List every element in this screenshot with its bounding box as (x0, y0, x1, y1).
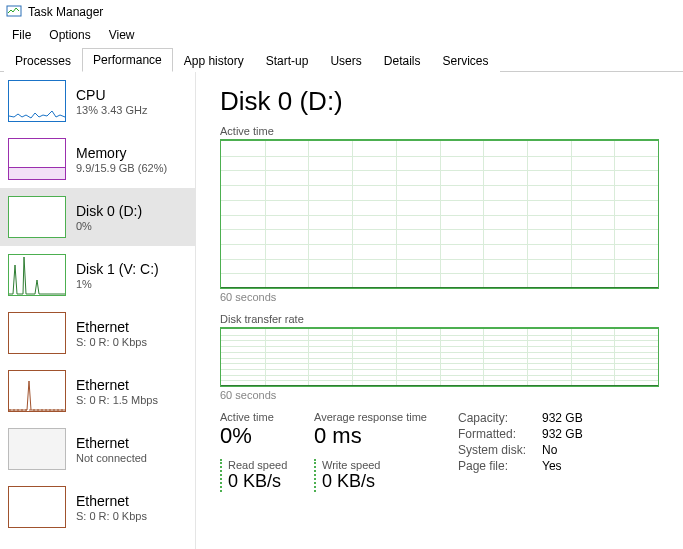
performance-sidebar[interactable]: CPU 13% 3.43 GHz Memory 9.9/15.9 GB (62%… (0, 72, 196, 549)
sidebar-eth1-title: Ethernet (76, 319, 147, 335)
ethernet3-thumbnail (8, 428, 66, 470)
main-panel: Disk 0 (D:) Active time 60 seconds Disk … (196, 72, 683, 549)
disk-properties: Capacity: 932 GB Formatted: 932 GB Syste… (458, 411, 583, 492)
sidebar-eth4-sub: S: 0 R: 0 Kbps (76, 510, 147, 522)
disk1-thumbnail (8, 254, 66, 296)
window-title: Task Manager (28, 5, 103, 19)
prop-capacity-key: Capacity: (458, 411, 526, 425)
sidebar-disk0-sub: 0% (76, 220, 142, 232)
sidebar-eth4-title: Ethernet (76, 493, 147, 509)
read-speed-label: Read speed (228, 459, 287, 471)
tab-performance[interactable]: Performance (82, 48, 173, 72)
memory-thumbnail (8, 138, 66, 180)
sidebar-eth2-sub: S: 0 R: 1.5 Mbps (76, 394, 158, 406)
axis-label-transfer: 60 seconds (220, 389, 659, 401)
sidebar-disk0-title: Disk 0 (D:) (76, 203, 142, 219)
active-time-value: 0% (220, 423, 290, 449)
chart-transfer-label: Disk transfer rate (220, 313, 659, 325)
prop-system-val: No (542, 443, 583, 457)
sidebar-disk1-sub: 1% (76, 278, 159, 290)
avg-resp-label: Average response time (314, 411, 434, 423)
prop-formatted-val: 932 GB (542, 427, 583, 441)
sidebar-eth2-title: Ethernet (76, 377, 158, 393)
menu-file[interactable]: File (4, 26, 39, 44)
chart-active-label: Active time (220, 125, 659, 137)
sidebar-eth3-sub: Not connected (76, 452, 147, 464)
ethernet2-thumbnail (8, 370, 66, 412)
sidebar-item-ethernet-3[interactable]: Ethernet Not connected (0, 420, 195, 478)
sidebar-eth1-sub: S: 0 R: 0 Kbps (76, 336, 147, 348)
active-time-label: Active time (220, 411, 290, 423)
content-area: CPU 13% 3.43 GHz Memory 9.9/15.9 GB (62%… (0, 72, 683, 549)
tab-users[interactable]: Users (319, 49, 372, 72)
menu-view[interactable]: View (101, 26, 143, 44)
chart-transfer-rate (220, 327, 659, 387)
chart-active-time (220, 139, 659, 289)
sidebar-disk1-title: Disk 1 (V: C:) (76, 261, 159, 277)
write-speed-value: 0 KB/s (322, 471, 381, 492)
stats-row: Active time 0% Read speed 0 KB/s Average… (220, 411, 659, 492)
ethernet1-thumbnail (8, 312, 66, 354)
cpu-thumbnail (8, 80, 66, 122)
titlebar: Task Manager (0, 0, 683, 24)
prop-page-val: Yes (542, 459, 583, 473)
sidebar-cpu-sub: 13% 3.43 GHz (76, 104, 148, 116)
sidebar-cpu-title: CPU (76, 87, 148, 103)
sidebar-eth3-title: Ethernet (76, 435, 147, 451)
sidebar-item-ethernet-1[interactable]: Ethernet S: 0 R: 0 Kbps (0, 304, 195, 362)
prop-capacity-val: 932 GB (542, 411, 583, 425)
menu-options[interactable]: Options (41, 26, 98, 44)
write-speed-label: Write speed (322, 459, 381, 471)
disk0-thumbnail (8, 196, 66, 238)
sidebar-item-ethernet-4[interactable]: Ethernet S: 0 R: 0 Kbps (0, 478, 195, 536)
sidebar-item-cpu[interactable]: CPU 13% 3.43 GHz (0, 72, 195, 130)
tab-details[interactable]: Details (373, 49, 432, 72)
sidebar-memory-sub: 9.9/15.9 GB (62%) (76, 162, 167, 174)
main-title: Disk 0 (D:) (220, 86, 659, 117)
tab-app-history[interactable]: App history (173, 49, 255, 72)
tab-startup[interactable]: Start-up (255, 49, 320, 72)
app-icon (6, 3, 22, 22)
menubar: File Options View (0, 24, 683, 46)
axis-label-active: 60 seconds (220, 291, 659, 303)
tab-processes[interactable]: Processes (4, 49, 82, 72)
sidebar-item-disk0[interactable]: Disk 0 (D:) 0% (0, 188, 195, 246)
prop-system-key: System disk: (458, 443, 526, 457)
sidebar-item-disk1[interactable]: Disk 1 (V: C:) 1% (0, 246, 195, 304)
sidebar-item-ethernet-2[interactable]: Ethernet S: 0 R: 1.5 Mbps (0, 362, 195, 420)
ethernet4-thumbnail (8, 486, 66, 528)
sidebar-memory-title: Memory (76, 145, 167, 161)
avg-resp-value: 0 ms (314, 423, 434, 449)
prop-page-key: Page file: (458, 459, 526, 473)
tab-services[interactable]: Services (431, 49, 499, 72)
prop-formatted-key: Formatted: (458, 427, 526, 441)
tabs: Processes Performance App history Start-… (0, 46, 683, 72)
read-speed-value: 0 KB/s (228, 471, 287, 492)
sidebar-item-memory[interactable]: Memory 9.9/15.9 GB (62%) (0, 130, 195, 188)
